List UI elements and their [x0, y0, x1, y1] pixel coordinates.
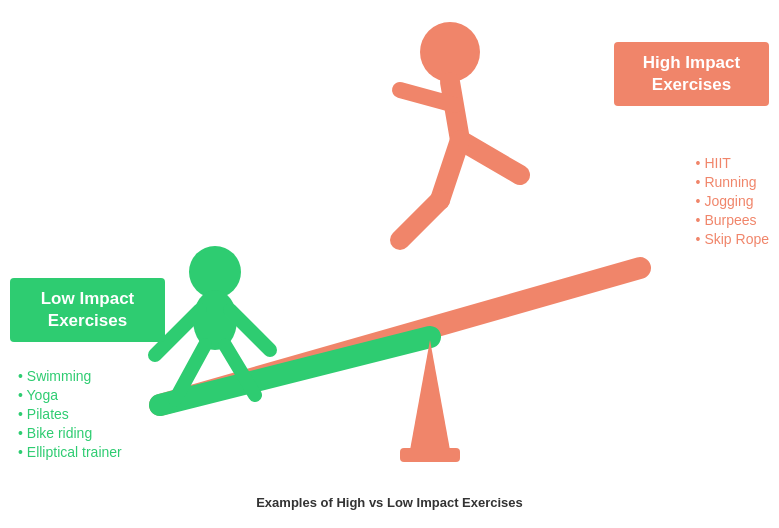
low-impact-title: Low Impact Exercises	[41, 289, 135, 330]
high-impact-label: High Impact Exercises	[614, 42, 769, 106]
list-item: Bike riding	[18, 425, 122, 441]
svg-marker-2	[410, 340, 450, 450]
caption: Examples of High vs Low Impact Exercises	[256, 495, 523, 510]
list-item: Jogging	[696, 193, 769, 209]
list-item: Running	[696, 174, 769, 190]
svg-line-7	[230, 310, 270, 350]
list-item: Yoga	[18, 387, 122, 403]
svg-line-14	[400, 200, 440, 240]
high-impact-list: HIIT Running Jogging Burpees Skip Rope	[696, 155, 769, 250]
high-impact-title: High Impact Exercises	[643, 53, 740, 94]
list-item: HIIT	[696, 155, 769, 171]
low-impact-list: Swimming Yoga Pilates Bike riding Ellipt…	[18, 368, 122, 463]
list-item: Swimming	[18, 368, 122, 384]
list-item: Skip Rope	[696, 231, 769, 247]
svg-rect-3	[400, 448, 460, 462]
svg-line-12	[460, 140, 520, 175]
low-impact-label: Low Impact Exercises	[10, 278, 165, 342]
list-item: Pilates	[18, 406, 122, 422]
list-item: Elliptical trainer	[18, 444, 122, 460]
infographic: Low Impact Exercises High Impact Exercis…	[0, 0, 779, 528]
list-item: Burpees	[696, 212, 769, 228]
